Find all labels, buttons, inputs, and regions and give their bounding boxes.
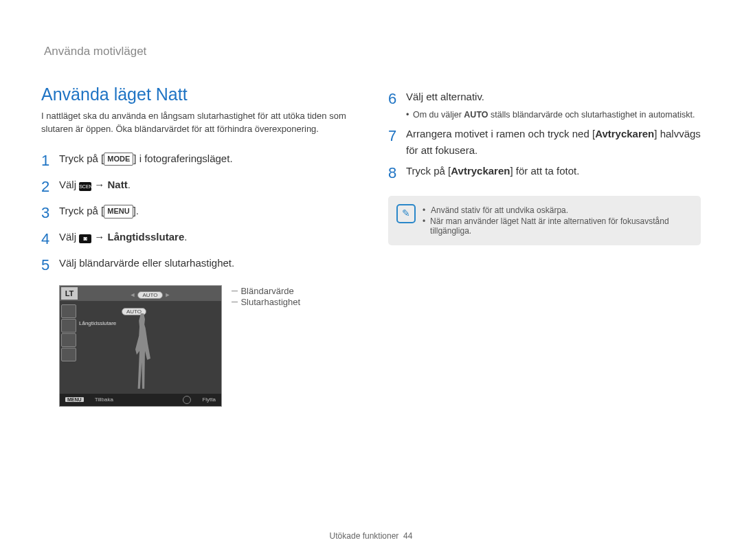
- step-2: 2 Välj SCENE → Natt.: [41, 175, 354, 199]
- camera-side-icons: [61, 304, 78, 362]
- step-number: 4: [41, 227, 59, 251]
- chevron-left-icon: ◄: [130, 291, 136, 298]
- step-bold: Avtryckaren: [595, 128, 654, 139]
- footer-page: 44: [403, 531, 412, 541]
- step-text: Välj: [59, 179, 79, 190]
- aperture-label: Bländarvärde: [240, 286, 293, 296]
- step-number: 3: [41, 201, 59, 225]
- shutter-label: Slutarhastighet: [240, 297, 300, 307]
- step-bold: Långtidsslutare: [108, 231, 185, 243]
- section-title: Använda läget Natt: [41, 85, 354, 104]
- step-8: 8 Tryck på [Avtryckaren] för att ta foto…: [388, 161, 701, 185]
- chevron-right-icon: ►: [165, 291, 171, 298]
- step-4: 4 Välj ◙ → Långtidsslutare.: [41, 227, 354, 251]
- step-text: .: [184, 231, 187, 243]
- annotations: Bländarvärde Slutarhastighet: [232, 285, 300, 308]
- step-6: 6 Välj ett alternativ. •Om du väljer AUT…: [388, 87, 701, 122]
- step-text: ].: [133, 205, 139, 216]
- step-text: Välj bländarvärde eller slutarhastighet.: [59, 253, 234, 271]
- step-number: 7: [388, 124, 406, 148]
- step-7: 7 Arrangera motivet i ramen och tryck ne…: [388, 124, 701, 159]
- sub-text: Om du väljer: [413, 110, 464, 120]
- breadcrumb: Använda motivläget: [44, 45, 701, 58]
- left-column: Använda läget Natt I nattläget ska du an…: [41, 85, 354, 407]
- step-number: 2: [41, 175, 59, 199]
- menu-button-label: MENU: [104, 205, 133, 219]
- arrow-icon: →: [94, 231, 104, 243]
- back-label: Tillbaka: [95, 396, 113, 403]
- info-icon: ✎: [396, 204, 416, 223]
- step-3: 3 Tryck på [MENU].: [41, 201, 354, 225]
- camera-preview: LT ◄AUTO► AUTO Långtidsslutare MENU Till…: [59, 285, 222, 407]
- step-text: ] i fotograferingsläget.: [133, 153, 232, 164]
- step-number: 5: [41, 253, 59, 277]
- step-bold: Avtryckaren: [451, 165, 510, 177]
- joystick-icon: [183, 396, 191, 404]
- lt-badge: LT: [61, 287, 78, 300]
- intro-text: I nattläget ska du använda en långsam sl…: [41, 110, 354, 136]
- step-text: Arrangera motivet i ramen och tryck ned …: [406, 128, 595, 139]
- step-text: Tryck på [: [59, 153, 104, 164]
- step-1: 1 Tryck på [MODE] i fotograferingsläget.: [41, 148, 354, 172]
- step-number: 8: [388, 161, 406, 185]
- bullet-icon: •: [423, 216, 430, 236]
- longshutter-label: Långtidsslutare: [79, 320, 116, 326]
- sub-text: ställs bländarvärde och slutarhastighet …: [488, 110, 695, 120]
- step-text: ] för att ta fotot.: [510, 165, 579, 177]
- camera-icon: ◙: [79, 234, 91, 243]
- step-text: Tryck på [: [59, 205, 104, 216]
- footer-section: Utökade funktioner: [330, 531, 399, 541]
- person-silhouette-icon: [128, 313, 156, 389]
- bullet-icon: •: [406, 108, 413, 122]
- bullet-icon: •: [423, 205, 431, 215]
- step-text: Välj ett alternativ.: [406, 89, 695, 105]
- step-text: Välj: [59, 231, 79, 243]
- right-column: 6 Välj ett alternativ. •Om du väljer AUT…: [388, 85, 701, 407]
- step-text: Tryck på [: [406, 165, 451, 177]
- menu-badge: MENU: [65, 397, 84, 402]
- note-text: När man använder läget Natt är inte alte…: [430, 216, 691, 236]
- auto-pill: AUTO: [137, 291, 162, 299]
- page-footer: Utökade funktioner 44: [0, 531, 742, 541]
- note-box: ✎ •Använd stativ för att undvika oskärpa…: [388, 196, 701, 245]
- scene-icon: SCENE: [79, 182, 91, 191]
- step-5: 5 Välj bländarvärde eller slutarhastighe…: [41, 253, 354, 277]
- mode-button-label: MODE: [104, 153, 133, 166]
- step-text: .: [128, 179, 131, 190]
- step-number: 6: [388, 87, 406, 111]
- step-number: 1: [41, 148, 59, 172]
- note-text: Använd stativ för att undvika oskärpa.: [431, 205, 568, 215]
- arrow-icon: →: [94, 179, 104, 190]
- sub-bold: AUTO: [464, 110, 488, 120]
- step-bold: Natt: [108, 179, 128, 190]
- move-label: Flytta: [202, 396, 216, 403]
